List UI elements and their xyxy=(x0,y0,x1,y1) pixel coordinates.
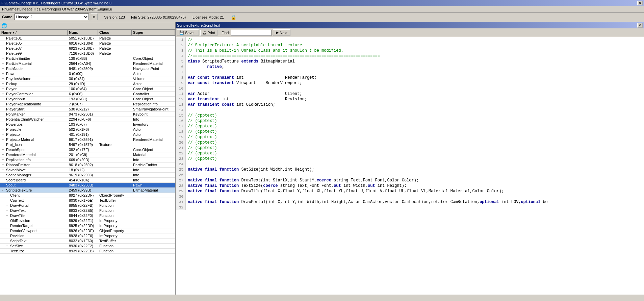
expand-icon[interactable]: + xyxy=(2,178,5,182)
expand-icon[interactable]: - xyxy=(2,189,5,192)
table-row[interactable]: + RibbonEmitter 9618 (0x2592) ParticleEm… xyxy=(0,162,175,168)
table-row[interactable]: RenderViewport 8926 (0x22DE) ObjectPrope… xyxy=(0,228,175,233)
th-num[interactable]: Num. xyxy=(68,30,98,35)
row-super xyxy=(132,213,175,218)
expand-icon[interactable]: + xyxy=(2,118,5,121)
editor-close-button[interactable]: ✕ xyxy=(637,23,643,28)
expand-icon[interactable]: + xyxy=(2,72,5,75)
table-row[interactable]: + SceneManager 9619 (0x2593) Info xyxy=(0,173,175,178)
find-label: Find: xyxy=(222,31,230,35)
table-row[interactable]: + ParticleMaterial 2564 (0xA04) Rendered… xyxy=(0,61,175,66)
line-content: var transient const int OldRevision; xyxy=(186,102,275,107)
expand-icon[interactable]: + xyxy=(2,163,5,167)
table-row[interactable]: + Scout 9483 (0x250B) Pawn xyxy=(0,183,175,188)
expand-icon[interactable]: + xyxy=(6,249,9,253)
table-row[interactable]: + PotentialClimbWatcher 2294 (0x8F6) Inf… xyxy=(0,117,175,122)
table-row[interactable]: + PlayerController 6 (0x06) Controller xyxy=(0,92,175,97)
expand-icon[interactable]: + xyxy=(2,133,5,136)
th-super[interactable]: Super xyxy=(132,30,175,35)
table-row[interactable]: Palette87 6923 (0x1B0B) Palette xyxy=(0,46,175,51)
table-row[interactable]: RenderTarget 8925 (0x22DD) IntProperty xyxy=(0,223,175,228)
expand-icon[interactable]: + xyxy=(2,92,5,96)
table-scroll[interactable]: Palette81 5051 (0x13BB) Palette Palette8… xyxy=(0,36,175,295)
table-row[interactable]: CppText 8030 (0x1F5E) TextBuffer xyxy=(0,198,175,203)
table-row[interactable]: + TextSize 8939 (0x22EB) Function xyxy=(0,249,175,254)
table-row[interactable]: + Pawn 0 (0x00) Actor xyxy=(0,71,175,76)
expand-icon[interactable]: + xyxy=(2,183,5,187)
expand-icon[interactable]: + xyxy=(2,112,5,116)
find-input[interactable] xyxy=(231,30,272,36)
table-row[interactable]: + ReplicationInfo 669 (0x29D) Info xyxy=(0,157,175,162)
code-area[interactable]: 1//=====================================… xyxy=(176,37,644,295)
table-row[interactable]: Palette85 6916 (0x1B04) Palette xyxy=(0,41,175,46)
expand-icon[interactable]: + xyxy=(2,82,5,85)
table-row[interactable]: + PlayerStart 530 (0x212) SmallNavigatio… xyxy=(0,107,175,112)
table-row[interactable]: + Pickup 29 (0x1D) Actor xyxy=(0,81,175,86)
table-row[interactable]: + ScoreBoard 454 (0x1C6) Info xyxy=(0,178,175,183)
table-row[interactable]: + SavedMove 18 (0x12) Info xyxy=(0,168,175,173)
table-row[interactable]: + DrawPortal 8955 (0x22FB) Function xyxy=(0,203,175,208)
expand-icon[interactable]: + xyxy=(2,102,5,106)
table-row[interactable]: + PathNode 9481 (0x2509) NavigationPoint xyxy=(0,66,175,71)
th-name[interactable]: Name ▲ / xyxy=(0,30,68,35)
print-icon: 🖨 xyxy=(203,31,206,35)
table-row[interactable]: + Powerups 103 (0x67) Inventory xyxy=(0,122,175,127)
table-row[interactable]: + ParticleEmitter 139 (0x8B) Core.Object xyxy=(0,56,175,61)
table-row[interactable]: Revision 8928 (0x22E0) IntProperty xyxy=(0,233,175,239)
version-value: 123 xyxy=(119,15,125,19)
table-row[interactable]: + PlayerReplicationInfo 7 (0x07) Replica… xyxy=(0,102,175,107)
table-row[interactable]: OldRevision 8929 (0x22E1) IntProperty xyxy=(0,218,175,223)
table-row[interactable]: + PlayerInput 193 (0xC1) Core.Object xyxy=(0,97,175,102)
row-name: SceneManager xyxy=(6,173,31,177)
line-number: 12 xyxy=(176,97,186,102)
expand-icon[interactable]: + xyxy=(2,173,5,177)
row-num: 0 (0x00) xyxy=(68,71,98,76)
th-class[interactable]: Class xyxy=(98,30,132,35)
expand-icon[interactable]: + xyxy=(2,62,5,65)
row-class: Function xyxy=(98,244,132,248)
table-row[interactable]: + PolyMarker 9473 (0x2501) Keypoint xyxy=(0,112,175,117)
game-settings-button[interactable]: ⚙ xyxy=(91,14,98,20)
expand-icon[interactable]: + xyxy=(2,123,5,126)
expand-icon[interactable]: + xyxy=(2,107,5,111)
expand-icon[interactable]: + xyxy=(6,244,9,248)
close-button[interactable]: ✕ xyxy=(637,1,643,5)
expand-icon[interactable]: + xyxy=(2,138,5,141)
table-row[interactable]: Proj_Icon 5497 (0x1579) Texture xyxy=(0,142,175,147)
table-row[interactable]: ScriptText 8032 (0x1F60) TextBuffer xyxy=(0,239,175,244)
table-row[interactable]: + Player 100 (0x64) Core.Object xyxy=(0,86,175,92)
expand-icon[interactable]: + xyxy=(6,204,9,207)
expand-icon[interactable]: + xyxy=(2,77,5,80)
table-row[interactable]: + DrawText 8933 (0x22E5) Function xyxy=(0,208,175,213)
table-row[interactable]: + Projector 401 (0x191) Actor xyxy=(0,132,175,137)
expand-icon[interactable]: + xyxy=(2,158,5,161)
expand-icon[interactable]: + xyxy=(2,168,5,172)
table-row[interactable]: Client 8927 (0x22DF) ObjectProperty xyxy=(0,193,175,198)
table-row[interactable]: - ScriptedTexture 2459 (0x99B) BitmapMat… xyxy=(0,188,175,193)
expand-icon[interactable]: + xyxy=(6,214,9,217)
save-button[interactable]: 💾 Save... xyxy=(177,29,199,36)
table-row[interactable]: Palette99 7126 (0x1BD6) Palette xyxy=(0,51,175,56)
game-select[interactable]: Lineage 2 xyxy=(15,14,89,20)
expand-icon[interactable]: + xyxy=(6,209,9,212)
next-button[interactable]: ▶ Next xyxy=(273,29,290,36)
table-row[interactable]: Palette81 5051 (0x13BB) Palette xyxy=(0,36,175,41)
table-row[interactable]: + SetSize 8930 (0x22E2) Function xyxy=(0,244,175,249)
table-row[interactable]: + ReachSpec 382 (0x17E) Core.Object xyxy=(0,147,175,152)
table-row[interactable]: + DrawTile 8944 (0x22F0) Function xyxy=(0,213,175,218)
print-button[interactable]: 🖨 Print xyxy=(200,30,217,36)
expand-icon[interactable]: + xyxy=(2,97,5,101)
code-line: 12var transient int Revision; xyxy=(176,97,644,102)
table-row[interactable]: + ProjectorMaterial 9617 (0x2591) Render… xyxy=(0,137,175,142)
row-super: Actor xyxy=(132,132,175,137)
table-row[interactable]: + RenderedMaterial 201 (0xC9) Material xyxy=(0,152,175,157)
expand-icon[interactable]: + xyxy=(2,67,5,70)
expand-icon[interactable]: + xyxy=(2,128,5,131)
expand-icon[interactable]: + xyxy=(2,87,5,91)
expand-icon[interactable]: + xyxy=(2,153,5,156)
table-row[interactable]: + Projectile 502 (0x1F6) Actor xyxy=(0,127,175,132)
table-row[interactable]: + PhysicsVolume 36 (0x24) Volume xyxy=(0,76,175,81)
expand-icon[interactable]: + xyxy=(2,57,5,60)
expand-icon[interactable]: + xyxy=(2,148,5,151)
row-super xyxy=(132,218,175,223)
